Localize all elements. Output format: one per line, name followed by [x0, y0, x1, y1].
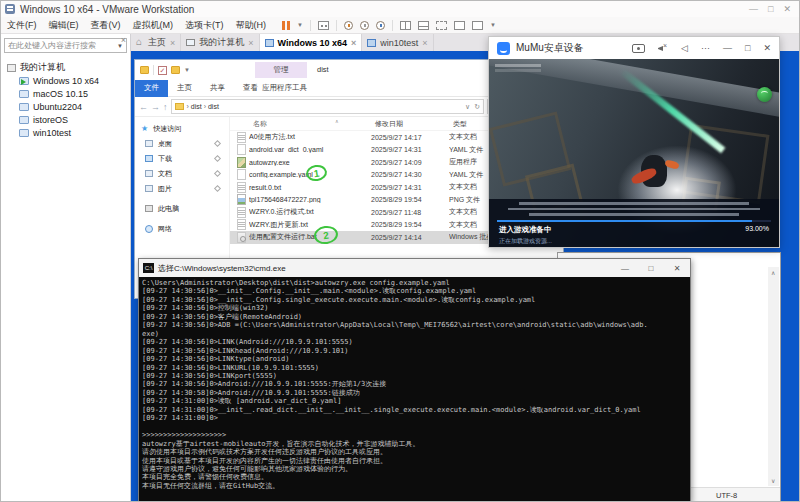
- booster-badge-icon[interactable]: [757, 87, 772, 102]
- menu-item[interactable]: 查看(V): [85, 19, 127, 32]
- console-line: [09-27 14:30:56]0>__init__.Config.__init…: [142, 287, 687, 295]
- nav-item-下载[interactable]: 下载: [135, 151, 229, 166]
- address-bar[interactable]: › dist › dist ∨ ↻: [171, 99, 485, 114]
- tree-item-win10test[interactable]: win10test: [7, 126, 130, 139]
- breadcrumb: › dist › dist: [187, 103, 219, 110]
- library-search-input[interactable]: 在此处键入内容进行搜索 ▼: [4, 38, 127, 53]
- fit-guest-icon[interactable]: [472, 21, 483, 30]
- power-dropdown-icon[interactable]: ▼: [297, 22, 303, 28]
- cmd-titlebar[interactable]: C:\ 选择C:\Windows\system32\cmd.exe — □ ✕: [139, 259, 690, 277]
- tree-item-istoreOS[interactable]: istoreOS: [7, 113, 130, 126]
- refresh-icon[interactable]: ↻: [474, 103, 480, 111]
- explorer-window-title: dist: [317, 65, 329, 74]
- menu-item[interactable]: 帮助(H): [230, 19, 273, 32]
- close-icon[interactable]: ✕: [783, 4, 791, 14]
- more-icon[interactable]: ···: [701, 43, 710, 53]
- game-viewport[interactable]: 进入游戏准备中 正在加载游戏资源... 93.00%: [489, 59, 779, 247]
- close-icon[interactable]: ✕: [763, 43, 771, 53]
- vm-tab-win10test[interactable]: win10test ×: [362, 34, 433, 51]
- tab-close-icon[interactable]: ×: [248, 38, 253, 48]
- tree-item-macOS 10.15[interactable]: macOS 10.15: [7, 87, 130, 100]
- nav-item-桌面[interactable]: 桌面: [135, 136, 229, 151]
- new-folder-icon[interactable]: [171, 66, 180, 74]
- fullscreen-icon[interactable]: [436, 21, 447, 30]
- revert-snapshot-icon[interactable]: [360, 21, 369, 30]
- fit-dropdown-icon[interactable]: ▼: [490, 22, 496, 28]
- computer-icon: [186, 39, 195, 46]
- menu-item[interactable]: 选项卡(T): [179, 19, 230, 32]
- vm-tab-Windows 10 x64[interactable]: Windows 10 x64 ×: [260, 34, 363, 51]
- nav-item-网络[interactable]: 网络: [135, 221, 229, 236]
- forward-icon[interactable]: →: [151, 102, 160, 112]
- tab-close-icon[interactable]: ×: [170, 38, 175, 48]
- vm-tab-我的计算机[interactable]: 我的计算机 ×: [181, 34, 259, 51]
- back-icon[interactable]: ←: [139, 102, 148, 112]
- take-snapshot-icon[interactable]: [344, 21, 353, 30]
- loading-progress-fill: [497, 220, 752, 222]
- tab-close-icon[interactable]: ×: [422, 38, 427, 48]
- menu-item[interactable]: 编辑(E): [43, 19, 85, 32]
- minimize-icon[interactable]: —: [749, 4, 758, 14]
- mumu-titlebar[interactable]: MuMu安卓设备 ◁ ··· — □ ✕: [489, 37, 779, 59]
- folder-icon[interactable]: [140, 66, 149, 74]
- scroll-down-icon[interactable]: ∨: [771, 477, 775, 484]
- screen-record-icon[interactable]: [632, 44, 645, 53]
- console-line: >>>>>>>>>>>>>>>>>>>>: [142, 431, 687, 439]
- menu-item[interactable]: 虚拟机(M): [127, 19, 180, 32]
- up-icon[interactable]: ↑: [163, 102, 168, 112]
- computer-icon: [7, 64, 16, 72]
- unity-mode-icon[interactable]: [454, 21, 465, 30]
- nav-item-此电脑[interactable]: 此电脑: [135, 201, 229, 216]
- ctrl-alt-del-icon[interactable]: [318, 21, 329, 30]
- tree-item-Windows 10 x64[interactable]: Windows 10 x64: [7, 74, 130, 87]
- column-date[interactable]: 修改日期: [375, 119, 453, 129]
- scrollbar[interactable]: ∧ ∨: [768, 267, 779, 486]
- maximize-icon[interactable]: □: [638, 264, 664, 273]
- vm-tab-主页[interactable]: 主页 ×: [131, 34, 181, 51]
- tab-share[interactable]: 共享: [201, 83, 234, 93]
- panel-close-icon[interactable]: ×: [121, 35, 126, 45]
- nav-item-快速访问[interactable]: ★快速访问: [135, 121, 229, 136]
- file-date: 2025/9/27 14:31: [371, 146, 449, 153]
- home-icon: [136, 39, 144, 47]
- manage-snapshots-icon[interactable]: [376, 21, 385, 30]
- loading-progress-track: [497, 220, 771, 222]
- show-library-icon[interactable]: [400, 21, 411, 30]
- nav-item-文档[interactable]: 文档: [135, 166, 229, 181]
- show-thumbnails-icon[interactable]: [418, 21, 429, 30]
- column-name[interactable]: 名称: [253, 119, 375, 129]
- close-icon[interactable]: ✕: [664, 264, 690, 273]
- breadcrumb-segment[interactable]: dist: [208, 103, 219, 110]
- console-output[interactable]: C:\Users\Administrator\Desktop\dist\dist…: [139, 277, 690, 501]
- properties-icon[interactable]: ✓: [158, 66, 167, 75]
- tab-app-tools[interactable]: 应用程序工具: [253, 83, 316, 93]
- pin-icon: [214, 140, 221, 147]
- notice-text-line: [529, 213, 739, 216]
- nav-item-图片[interactable]: 图片: [135, 181, 229, 196]
- tab-close-icon[interactable]: ×: [351, 38, 356, 48]
- tree-root-my-computer[interactable]: 我的计算机: [7, 61, 130, 74]
- scroll-up-icon[interactable]: ∧: [771, 269, 775, 276]
- pause-vm-icon[interactable]: [282, 21, 290, 30]
- file-name: result.0.txt: [249, 184, 371, 191]
- cmd-icon: C:\: [143, 263, 154, 273]
- vmware-toolbar: ▼ ▼: [282, 20, 496, 31]
- menu-item[interactable]: 文件(F): [1, 19, 43, 32]
- tab-home[interactable]: 主页: [168, 83, 201, 93]
- maximize-icon[interactable]: □: [768, 4, 773, 14]
- mute-icon[interactable]: [658, 44, 668, 53]
- file-name: WZRY.图片更新.txt: [249, 220, 371, 230]
- address-dropdown-icon[interactable]: ∨: [465, 103, 470, 111]
- tree-item-Ubuntu2204[interactable]: Ubuntu2204: [7, 100, 130, 113]
- minimize-icon[interactable]: —: [723, 43, 732, 53]
- console-line: exe): [142, 330, 687, 338]
- minimize-icon[interactable]: —: [612, 264, 638, 273]
- maximize-icon[interactable]: □: [745, 43, 750, 53]
- back-icon[interactable]: ◁: [681, 43, 688, 53]
- console-line: [09-27 14:30:56]0>LINKtype(android): [142, 355, 687, 363]
- breadcrumb-segment[interactable]: dist: [191, 103, 202, 110]
- qat-dropdown-icon[interactable]: ▼: [184, 67, 190, 73]
- console-line: 使用本项目或基于本项目开发的内容所产生的一切法律责任由使用者自行承担。: [142, 457, 687, 465]
- tab-file[interactable]: 文件: [135, 80, 168, 97]
- file-name: WZRY.0.运行模式.txt: [249, 207, 371, 217]
